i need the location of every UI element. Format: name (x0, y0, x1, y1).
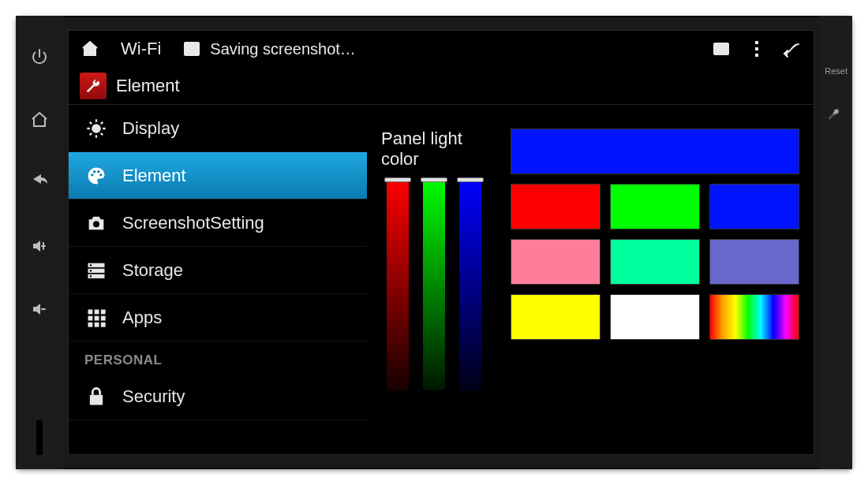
device-left-buttons (16, 16, 63, 469)
svg-rect-18 (101, 309, 106, 314)
image-icon (181, 39, 202, 59)
swatch-blue[interactable] (709, 184, 799, 229)
device-right-edge: Reset 🎤 (819, 16, 852, 469)
sidebar-item-apps[interactable]: Apps (69, 294, 367, 341)
svg-point-4 (92, 124, 101, 133)
palette-icon (84, 164, 108, 188)
app-header: Element (69, 67, 814, 105)
volume-up-icon[interactable] (28, 235, 51, 257)
rgb-sliders: Panel light color (381, 129, 487, 390)
svg-point-8 (99, 173, 102, 176)
panel-light-color-label: Panel light color (381, 129, 487, 170)
status-bar: Wi-Fi Saving screenshot… (69, 31, 814, 67)
mic-icon: 🎤 (828, 109, 840, 120)
svg-rect-25 (90, 394, 103, 405)
app-logo-wrench-icon (80, 73, 107, 99)
svg-point-5 (91, 173, 93, 176)
back-hw-icon[interactable] (28, 172, 51, 194)
svg-rect-21 (101, 315, 106, 320)
swatch-green[interactable] (610, 184, 700, 229)
swatch-white[interactable] (610, 294, 700, 340)
svg-rect-22 (88, 322, 93, 326)
app-title: Element (116, 76, 180, 96)
toast-text: Saving screenshot… (210, 40, 356, 58)
svg-point-13 (90, 264, 92, 266)
svg-point-7 (97, 170, 99, 173)
sidebar-item-label: Storage (122, 260, 183, 281)
screen-bezel: Wi-Fi Saving screenshot… (63, 16, 819, 469)
swatch-current[interactable] (511, 129, 799, 174)
brightness-icon (84, 117, 108, 140)
app-body: Display Element ScreenshotSetting (69, 105, 814, 454)
sidebar-item-label: Display (122, 118, 179, 139)
screenshot-toast: Saving screenshot… (181, 39, 356, 59)
svg-point-15 (90, 275, 92, 277)
sidebar-item-element[interactable]: Element (69, 152, 367, 200)
svg-point-1 (188, 46, 191, 49)
svg-rect-20 (95, 315, 99, 320)
svg-rect-24 (101, 322, 106, 326)
svg-rect-19 (88, 315, 93, 320)
screenshot-icon[interactable] (711, 39, 731, 59)
green-slider[interactable] (423, 177, 445, 390)
sidebar-item-label: ScreenshotSetting (122, 213, 264, 233)
blue-slider[interactable] (459, 177, 481, 390)
svg-point-3 (724, 46, 727, 48)
camera-icon (84, 211, 108, 235)
svg-rect-2 (714, 43, 728, 54)
svg-rect-23 (95, 322, 99, 326)
swatch-red[interactable] (511, 184, 600, 229)
sidebar-section-personal: PERSONAL (69, 341, 367, 373)
swatch-yellow[interactable] (511, 294, 600, 340)
back-soft-icon[interactable] (782, 39, 803, 59)
sidebar-item-label: Security (122, 386, 185, 407)
sidebar-item-screenshot[interactable]: ScreenshotSetting (69, 200, 367, 247)
head-unit-device: Wi-Fi Saving screenshot… (16, 16, 852, 469)
red-slider[interactable] (387, 177, 409, 390)
lock-icon (84, 385, 108, 409)
apps-icon (84, 306, 108, 330)
settings-sidebar: Display Element ScreenshotSetting (69, 105, 367, 454)
sidebar-item-display[interactable]: Display (69, 105, 367, 152)
swatch-violet[interactable] (709, 239, 799, 285)
volume-down-icon[interactable] (28, 298, 51, 320)
color-swatch-grid (511, 129, 799, 340)
wifi-label: Wi-Fi (121, 39, 161, 59)
home-icon[interactable] (80, 39, 100, 59)
touchscreen: Wi-Fi Saving screenshot… (68, 30, 814, 455)
power-icon[interactable] (28, 46, 51, 68)
sidebar-item-label: Apps (122, 308, 162, 328)
sidebar-item-label: Element (122, 166, 186, 186)
svg-rect-17 (95, 309, 99, 314)
swatch-mint[interactable] (610, 239, 700, 285)
svg-point-6 (93, 170, 95, 173)
storage-icon (84, 259, 108, 282)
overflow-menu-icon[interactable] (755, 41, 758, 57)
sd-card-slot (36, 420, 43, 455)
home-hw-icon[interactable] (28, 109, 51, 131)
sidebar-item-storage[interactable]: Storage (69, 247, 367, 294)
swatch-pink[interactable] (511, 239, 600, 285)
panel-light-color-pane: Panel light color (367, 105, 814, 454)
reset-label[interactable]: Reset (825, 66, 847, 76)
svg-rect-16 (88, 309, 93, 314)
sidebar-item-security[interactable]: Security (69, 373, 367, 420)
swatch-rainbow[interactable] (709, 294, 799, 340)
svg-point-14 (90, 270, 92, 271)
svg-point-9 (93, 221, 99, 227)
